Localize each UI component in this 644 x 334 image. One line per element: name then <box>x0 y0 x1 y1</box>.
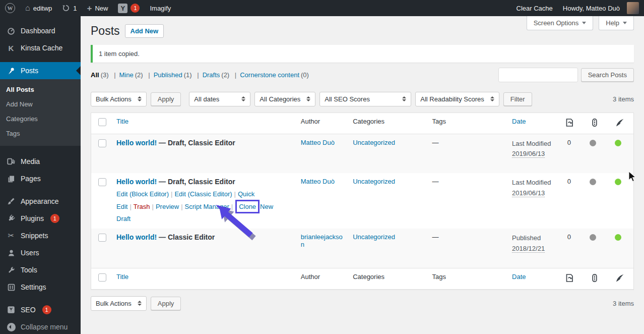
script-manager-link[interactable]: Script Manager <box>185 203 229 210</box>
author-link[interactable]: brianleejackson <box>301 233 343 248</box>
collapse-icon <box>6 322 16 332</box>
row-checkbox[interactable] <box>98 234 106 242</box>
post-state: — Draft, Classic Editor <box>157 139 235 147</box>
sidebar-item-categories[interactable]: Categories <box>0 112 81 126</box>
plus-icon: + <box>87 4 92 13</box>
page-title: Posts <box>91 24 120 38</box>
date-value: 2019/06/13 <box>512 189 545 197</box>
author-header: Author <box>296 113 348 134</box>
updates-menu[interactable]: 1 <box>57 0 82 16</box>
sidebar-item-collapse-menu[interactable]: Collapse menu <box>0 318 81 334</box>
readability-score-dot <box>615 140 621 146</box>
select-all-checkbox[interactable] <box>98 273 106 282</box>
date-value: 2019/06/13 <box>512 150 545 158</box>
clone-column-header <box>559 113 585 134</box>
clear-cache-button[interactable]: Clear Cache <box>511 0 558 16</box>
greeting-text: Howdy, Matteo Duò <box>563 5 620 12</box>
sidebar-item-appearance[interactable]: Appearance <box>0 193 81 210</box>
tablenav-top: Bulk Actions Apply All dates All Categor… <box>91 92 634 106</box>
sidebar-item-snippets[interactable]: ✂ Snippets <box>0 227 81 244</box>
category-link[interactable]: Uncategorized <box>353 233 395 241</box>
feather-icon <box>615 273 625 283</box>
apply-button[interactable]: Apply <box>151 92 181 106</box>
search-input[interactable] <box>498 68 578 82</box>
plugins-badge: 1 <box>50 214 59 223</box>
notice-success: 1 item copied. <box>91 45 634 63</box>
appearance-brush-icon <box>6 196 16 206</box>
notice-message: 1 item copied. <box>99 50 140 58</box>
sidebar-item-posts[interactable]: Posts <box>0 62 81 79</box>
view-drafts[interactable]: Drafts(2) <box>194 71 229 79</box>
dates-filter-select[interactable]: All dates <box>189 92 250 106</box>
view-cornerstone[interactable]: Cornerstone content(0) <box>231 71 309 79</box>
sidebar-item-add-new[interactable]: Add New <box>0 97 81 112</box>
yoast-notification-badge: 1 <box>131 4 140 13</box>
view-published[interactable]: Published(1) <box>145 71 191 79</box>
yoast-menu[interactable]: Y 1 <box>113 0 145 16</box>
select-arrows-icon <box>138 96 142 101</box>
add-new-button[interactable]: Add New <box>125 24 164 38</box>
imagify-menu[interactable]: Imagify <box>145 0 176 16</box>
apply-button-bottom[interactable]: Apply <box>151 297 181 310</box>
user-icon <box>6 248 16 258</box>
update-icon <box>62 4 70 12</box>
clone-link[interactable]: Clone <box>239 203 256 210</box>
sidebar-item-users[interactable]: Users <box>0 244 81 261</box>
category-link[interactable]: Uncategorized <box>353 139 395 146</box>
readability-scores-filter-select[interactable]: All Readability Scores <box>415 92 499 106</box>
sidebar-item-all-posts[interactable]: All Posts <box>0 82 81 97</box>
view-mine[interactable]: Mine(2) <box>110 71 143 79</box>
new-content-menu[interactable]: + New <box>82 0 113 16</box>
preview-link[interactable]: Preview <box>156 203 179 210</box>
wordpress-logo-menu[interactable]: W <box>0 0 20 16</box>
post-title-link[interactable]: Hello world! <box>116 178 157 186</box>
post-title-link[interactable]: Hello world! <box>116 233 157 241</box>
tags-header: Tags <box>427 268 507 289</box>
scissors-icon: ✂ <box>6 231 16 241</box>
sidebar-item-plugins[interactable]: Plugins 1 <box>0 210 81 227</box>
sidebar-item-settings[interactable]: Settings <box>0 279 81 296</box>
edit-classic-editor-link[interactable]: Edit (Classic Editor) <box>174 190 232 198</box>
author-link[interactable]: Matteo Duò <box>301 178 335 185</box>
sidebar-item-tools[interactable]: Tools <box>0 261 81 279</box>
sidebar-item-tags[interactable]: Tags <box>0 126 81 141</box>
select-arrows-icon <box>490 96 494 101</box>
sort-date-header[interactable]: Date <box>512 118 526 125</box>
chevron-down-icon <box>623 22 627 24</box>
search-posts-button[interactable]: Search Posts <box>581 68 634 82</box>
category-link[interactable]: Uncategorized <box>353 178 395 185</box>
sidebar-item-dashboard[interactable]: Dashboard <box>0 22 81 39</box>
tags-value: — <box>432 233 438 241</box>
edit-block-editor-link[interactable]: Edit (Block Editor) <box>116 190 169 198</box>
my-account-menu[interactable]: Howdy, Matteo Duò <box>558 0 644 16</box>
trash-link[interactable]: Trash <box>134 203 150 210</box>
clone-column-header <box>559 268 585 289</box>
bulk-actions-select-bottom[interactable]: Bulk Actions <box>91 296 147 311</box>
author-link[interactable]: Matteo Duò <box>301 139 335 146</box>
row-checkbox[interactable] <box>98 139 106 147</box>
post-title-link[interactable]: Hello world! <box>116 139 157 147</box>
seo-scores-filter-select[interactable]: All SEO Scores <box>319 92 411 106</box>
sidebar-item-kinsta-cache[interactable]: K Kinsta Cache <box>0 39 81 57</box>
settings-sliders-icon <box>6 282 16 292</box>
sort-date-header[interactable]: Date <box>512 273 526 281</box>
sidebar-item-media[interactable]: Media <box>0 153 81 170</box>
yoast-icon: Y <box>118 4 127 13</box>
date-status: Last Modified <box>512 140 551 147</box>
view-all[interactable]: All(3) <box>91 71 109 79</box>
bulk-actions-select[interactable]: Bulk Actions <box>91 92 147 106</box>
yoast-seo-icon <box>6 305 16 315</box>
screen-options-button[interactable]: Screen Options <box>527 16 594 30</box>
sort-title-header[interactable]: Title <box>116 118 128 125</box>
site-name-menu[interactable]: ⌂ editwp <box>20 0 57 16</box>
categories-filter-select[interactable]: All Categories <box>254 92 315 106</box>
select-all-checkbox[interactable] <box>98 118 106 126</box>
sort-title-header[interactable]: Title <box>116 273 128 281</box>
help-button[interactable]: Help <box>599 16 634 30</box>
sidebar-item-pages[interactable]: Pages <box>0 170 81 187</box>
row-checkbox[interactable] <box>98 178 106 186</box>
sidebar-item-seo[interactable]: SEO 1 <box>0 301 81 318</box>
filter-button[interactable]: Filter <box>503 92 532 106</box>
tags-header: Tags <box>427 113 507 134</box>
admin-sidebar: Dashboard K Kinsta Cache Posts All Posts… <box>0 16 81 334</box>
